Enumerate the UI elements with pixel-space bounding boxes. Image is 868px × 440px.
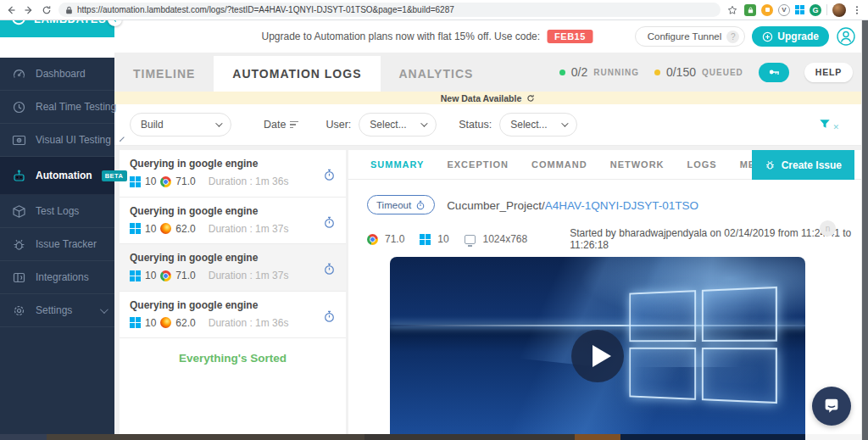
sidebar-item-issue-tracker[interactable]: Issue Tracker [0, 228, 114, 261]
chrome-icon [160, 176, 171, 187]
stopwatch-icon [323, 216, 336, 229]
browser-profile-avatar[interactable] [832, 3, 846, 17]
upgrade-label: Upgrade [777, 31, 819, 42]
sidebar-item-settings[interactable]: Settings [0, 294, 114, 327]
configure-tunnel-label: Configure Tunnel [648, 31, 722, 42]
chevron-down-icon [215, 120, 222, 126]
upgrade-button[interactable]: Upgrade [752, 26, 829, 47]
list-footer-message: Everything's Sorted [120, 352, 346, 365]
queued-value: 0/150 [666, 65, 696, 79]
test-id-link[interactable]: A4HAV-1QNYI-DJSYT-01TSO [545, 199, 698, 212]
sidebar-item-dashboard[interactable]: Dashboard [0, 58, 114, 91]
running-counter: 0/2 Running [559, 65, 639, 79]
chrome-icon [160, 270, 171, 281]
access-key-button[interactable] [759, 63, 789, 82]
test-browser-version: 71.0 [175, 175, 195, 187]
extension-lock-icon[interactable] [744, 4, 756, 16]
extension-windows-icon[interactable] [795, 5, 804, 14]
sidebar-item-test-logs[interactable]: Test Logs [0, 195, 114, 228]
sidebar-item-label: Integrations [36, 271, 89, 283]
browser-forward-icon[interactable] [23, 4, 35, 16]
test-browser-version: 71.0 [175, 270, 195, 281]
refresh-data-icon[interactable] [526, 94, 535, 103]
chevron-down-icon [100, 305, 108, 314]
stopwatch-icon [323, 310, 336, 323]
extension-grammarly-icon[interactable]: G [810, 4, 821, 16]
stopwatch-icon [323, 263, 336, 276]
notification-muted-icon[interactable]: n [820, 220, 836, 237]
stopwatch-icon [323, 169, 336, 181]
test-list: Querying in google engine 10 71.0 Durati… [120, 150, 346, 338]
chrome-icon [367, 234, 378, 245]
test-meta-row: 71.0 10 1024x768 Started by bharadwajpen… [367, 227, 861, 251]
detail-tab-logs[interactable]: LOGS [687, 159, 717, 170]
build-filter-dropdown[interactable]: Build [130, 113, 231, 136]
chevron-down-icon [561, 120, 568, 126]
test-list-item[interactable]: Querying in google engine 10 71.0 Durati… [120, 244, 346, 292]
project-name: Cucumber_Project/ [447, 199, 545, 212]
chevron-down-icon [420, 120, 427, 126]
address-bar[interactable]: https://automation.lambdatest.com/logs/?… [58, 3, 721, 17]
tab-analytics[interactable]: ANALYTICS [381, 56, 492, 92]
sidebar-item-label: Visual UI Testing [36, 134, 111, 146]
status-filter-dropdown[interactable]: Select... [499, 113, 577, 136]
test-video-player [390, 257, 805, 440]
stopwatch-icon [415, 200, 426, 210]
queued-dot-icon [654, 70, 660, 75]
sidebar-item-real-time-testing[interactable]: Real Time Testing [0, 91, 114, 124]
detail-tab-summary[interactable]: SUMMARY [370, 159, 424, 170]
windows-wallpaper-logo [630, 287, 778, 404]
app-header: Upgrade to Automation plans now with fla… [0, 20, 868, 53]
intercom-chat-button[interactable] [812, 387, 851, 426]
clear-filters-button[interactable]: ✕ [819, 118, 839, 131]
sidebar-item-automation[interactable]: Automation BETA [0, 157, 114, 195]
date-filter[interactable]: Date [264, 119, 298, 131]
test-list-item[interactable]: Querying in google engine 10 62.0 Durati… [120, 198, 346, 245]
windows-icon [420, 234, 431, 245]
toolbar-divider [826, 4, 827, 15]
browser-back-icon[interactable] [5, 4, 17, 16]
page-scrollbar[interactable] [861, 20, 868, 440]
help-button[interactable]: HELP [804, 63, 853, 82]
user-profile-icon[interactable] [836, 26, 856, 47]
queued-counter: 0/150 Queued [654, 65, 743, 79]
chat-smile-icon [822, 397, 841, 415]
extension-key-icon[interactable] [761, 4, 773, 16]
create-issue-button[interactable]: Create Issue [752, 150, 854, 180]
tab-timeline[interactable]: TIMELINE [114, 56, 214, 92]
user-filter-value: Select... [370, 119, 406, 131]
test-list-item[interactable]: Querying in google engine 10 71.0 Durati… [120, 150, 346, 198]
tab-automation-logs[interactable]: AUTOMATION LOGS [214, 56, 380, 92]
screenshot-bottom-strip [0, 434, 861, 440]
detail-tab-exception[interactable]: EXCEPTION [447, 159, 509, 170]
sidebar-item-integrations[interactable]: Integrations [0, 261, 114, 294]
detail-tab-network[interactable]: NETWORK [610, 159, 665, 170]
detail-os-version: 10 [437, 233, 448, 245]
bug-icon [12, 237, 26, 252]
sidebar-item-label: Issue Tracker [36, 238, 97, 250]
notice-text: New Data Available [441, 93, 522, 103]
eye-icon [12, 133, 26, 148]
monitor-icon [465, 235, 476, 244]
browser-reload-icon[interactable] [41, 4, 53, 16]
beta-badge: BETA [102, 170, 127, 181]
user-filter-dropdown[interactable]: Select... [359, 113, 437, 136]
robot-icon [12, 169, 26, 183]
sidebar-item-label: Automation [36, 170, 92, 181]
key-icon [767, 65, 781, 79]
play-button[interactable] [571, 330, 624, 382]
clear-x-icon: ✕ [832, 123, 839, 131]
status-filter-label: Status: [459, 119, 492, 131]
detail-tab-command[interactable]: COMMAND [531, 159, 587, 170]
extension-v-icon[interactable]: V [778, 4, 790, 16]
configure-tunnel-button[interactable]: Configure Tunnel ? [635, 26, 746, 47]
bookmark-star-icon[interactable] [726, 4, 738, 16]
detail-resolution: 1024x768 [482, 233, 527, 245]
bug-icon [765, 159, 776, 170]
test-list-item[interactable]: Querying in google engine 10 62.0 Durati… [120, 292, 346, 339]
detail-body: Timeout Cucumber_Project/A4HAV-1QNYI-DJS… [348, 180, 861, 251]
sidebar-item-visual-ui-testing[interactable]: Visual UI Testing [0, 124, 114, 157]
build-filter-label: Build [141, 119, 164, 131]
notice-bar: New Data Available [114, 92, 861, 104]
browser-menu-icon[interactable] [851, 4, 863, 16]
